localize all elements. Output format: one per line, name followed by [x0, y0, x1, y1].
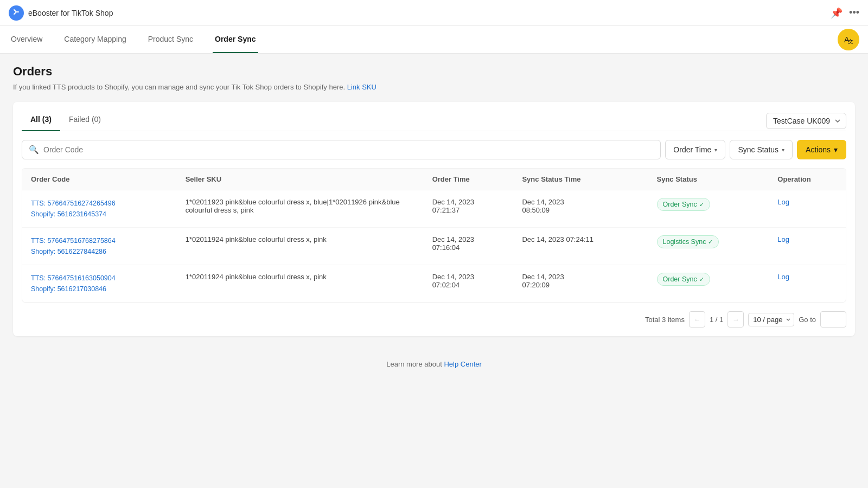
nav-tabs-left: Overview Category Mapping Product Sync O…	[9, 26, 258, 53]
orders-table: Order Code Seller SKU Order Time Sync St…	[22, 168, 846, 303]
tab-order-sync[interactable]: Order Sync	[213, 26, 258, 53]
order-code-cell[interactable]: TTS: 576647516163050904Shopify: 56162170…	[22, 265, 177, 303]
order-code-cell[interactable]: TTS: 576647516768275864Shopify: 56162278…	[22, 228, 177, 265]
page-subtitle: If you linked TTS products to Shopify, y…	[13, 83, 855, 91]
order-time-cell: Dec 14, 202307:02:04	[424, 265, 514, 303]
filter-tab-all[interactable]: All (3)	[22, 111, 60, 131]
col-order-code: Order Code	[22, 169, 177, 190]
sync-status-cell: Order Sync ✓	[648, 265, 769, 303]
svg-text:文: 文	[848, 38, 853, 44]
app-branding: eBooster for TikTok Shop	[9, 5, 113, 21]
orders-card: All (3) Failed (0) TestCase UK009 🔍 Orde…	[13, 102, 855, 336]
table-body: TTS: 576647516274265496Shopify: 56162316…	[22, 190, 846, 303]
table-row: TTS: 576647516768275864Shopify: 56162278…	[22, 228, 846, 265]
chevron-down-icon: ▾	[834, 145, 838, 154]
store-select[interactable]: TestCase UK009	[766, 113, 846, 129]
help-center-link[interactable]: Help Center	[444, 360, 481, 368]
more-options-icon[interactable]: •••	[849, 7, 859, 18]
sync-status-time-cell: Dec 14, 202308:50:09	[513, 190, 648, 228]
tab-overview[interactable]: Overview	[9, 26, 44, 53]
translate-button[interactable]: A 文	[838, 29, 859, 50]
sync-status-time-cell: Dec 14, 202307:20:09	[513, 265, 648, 303]
table: Order Code Seller SKU Order Time Sync St…	[22, 169, 846, 302]
seller-sku-cell: 1*02011923 pink&blue colourful dress x, …	[177, 190, 424, 228]
seller-sku-cell: 1*02011924 pink&blue colourful dress x, …	[177, 228, 424, 265]
next-page-button[interactable]: →	[727, 311, 744, 328]
order-time-filter[interactable]: Order Time ▾	[665, 140, 725, 159]
log-link[interactable]: Log	[777, 273, 789, 281]
page-title: Orders	[13, 65, 855, 79]
svg-point-0	[9, 5, 24, 21]
col-operation: Operation	[769, 169, 846, 190]
filter-tab-failed[interactable]: Failed (0)	[60, 111, 110, 131]
operation-cell[interactable]: Log	[769, 228, 846, 265]
actions-button[interactable]: Actions ▾	[797, 140, 846, 159]
search-box: 🔍	[22, 140, 661, 159]
toolbar: 🔍 Order Time ▾ Sync Status ▾ Actions ▾	[22, 140, 846, 159]
order-time-cell: Dec 14, 202307:21:37	[424, 190, 514, 228]
order-time-cell: Dec 14, 202307:16:04	[424, 228, 514, 265]
order-code-cell[interactable]: TTS: 576647516274265496Shopify: 56162316…	[22, 190, 177, 228]
col-sync-status: Sync Status	[648, 169, 769, 190]
app-logo	[9, 5, 24, 21]
col-seller-sku: Seller SKU	[177, 169, 424, 190]
operation-cell[interactable]: Log	[769, 265, 846, 303]
top-bar-actions: 📌 •••	[831, 7, 859, 19]
search-icon: 🔍	[29, 145, 39, 155]
sync-status-cell: Logistics Sync ✓	[648, 228, 769, 265]
per-page-select[interactable]: 10 / page	[748, 313, 794, 326]
col-sync-status-time: Sync Status Time	[513, 169, 648, 190]
col-order-time: Order Time	[424, 169, 514, 190]
sync-status-badge: Order Sync ✓	[657, 273, 710, 286]
goto-label: Go to	[799, 316, 816, 324]
filter-tabs-row: All (3) Failed (0) TestCase UK009	[22, 111, 846, 131]
sync-status-time-cell: Dec 14, 2023 07:24:11	[513, 228, 648, 265]
top-bar: eBooster for TikTok Shop 📌 •••	[0, 0, 868, 26]
search-input[interactable]	[43, 145, 654, 154]
table-row: TTS: 576647516274265496Shopify: 56162316…	[22, 190, 846, 228]
log-link[interactable]: Log	[777, 235, 789, 243]
link-sku[interactable]: Link SKU	[347, 83, 376, 91]
table-row: TTS: 576647516163050904Shopify: 56162170…	[22, 265, 846, 303]
log-link[interactable]: Log	[777, 198, 789, 206]
footer: Learn more about Help Center	[0, 347, 868, 381]
chevron-down-icon: ▾	[714, 147, 717, 153]
page-info: 1 / 1	[710, 316, 723, 324]
total-items: Total 3 items	[645, 316, 685, 324]
page-content: Orders If you linked TTS products to Sho…	[0, 54, 868, 347]
goto-input[interactable]	[820, 311, 846, 328]
sync-status-badge: Order Sync ✓	[657, 198, 710, 211]
sync-status-filter[interactable]: Sync Status ▾	[730, 140, 793, 159]
chevron-down-icon: ▾	[782, 147, 784, 153]
tab-category-mapping[interactable]: Category Mapping	[62, 26, 128, 53]
seller-sku-cell: 1*02011924 pink&blue colourful dress x, …	[177, 265, 424, 303]
sync-status-badge: Logistics Sync ✓	[657, 235, 719, 248]
nav-tabs: Overview Category Mapping Product Sync O…	[0, 26, 868, 54]
pin-icon[interactable]: 📌	[831, 7, 843, 19]
app-title: eBooster for TikTok Shop	[28, 9, 113, 17]
operation-cell[interactable]: Log	[769, 190, 846, 228]
table-header-row: Order Code Seller SKU Order Time Sync St…	[22, 169, 846, 190]
filter-tabs-left: All (3) Failed (0)	[22, 111, 110, 131]
prev-page-button[interactable]: ←	[689, 311, 705, 328]
sync-status-cell: Order Sync ✓	[648, 190, 769, 228]
tab-product-sync[interactable]: Product Sync	[146, 26, 195, 53]
pagination: Total 3 items ← 1 / 1 → 10 / page Go to	[22, 311, 846, 328]
